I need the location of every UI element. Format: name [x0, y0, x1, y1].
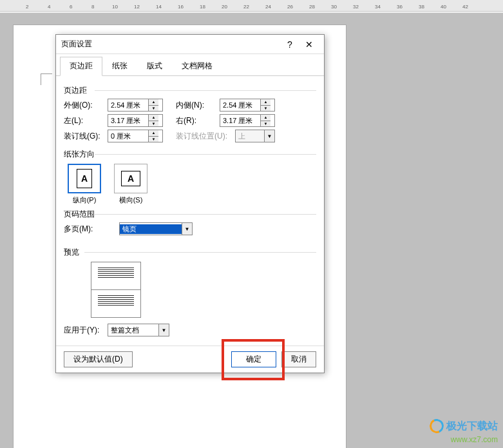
left-label: 左(L): — [64, 115, 108, 126]
preview-pane — [91, 262, 141, 318]
orientation-portrait[interactable]: A 纵向(P) — [68, 164, 101, 205]
tab-grid[interactable]: 文档网格 — [172, 57, 222, 75]
outer-label: 外侧(O): — [64, 100, 108, 111]
gutter-input[interactable]: ▲▼ — [108, 130, 163, 142]
spin-up-icon[interactable]: ▲ — [149, 99, 158, 106]
spin-up-icon[interactable]: ▲ — [261, 115, 270, 121]
spin-down-icon[interactable]: ▼ — [149, 137, 158, 142]
dialog-tabs: 页边距 纸张 版式 文档网格 — [56, 54, 324, 76]
right-label: 右(R): — [176, 115, 220, 126]
dropdown-icon[interactable]: ▼ — [182, 223, 192, 235]
pages-group-label: 页码范围 — [64, 209, 316, 220]
watermark: 极光下载站 www.xz7.com — [430, 419, 498, 444]
page-setup-dialog: 页面设置 ? ✕ 页边距 纸张 版式 文档网格 页边距 外侧(O): ▲▼ 内侧… — [55, 34, 325, 373]
spin-down-icon[interactable]: ▼ — [261, 106, 270, 112]
gutter-pos-select: 上▼ — [235, 130, 275, 142]
dialog-title: 页面设置 — [61, 39, 280, 50]
cancel-button[interactable]: 取消 — [281, 351, 316, 367]
apply-to-select[interactable]: 整篇文档▼ — [108, 324, 169, 336]
spin-down-icon[interactable]: ▼ — [149, 121, 158, 127]
outer-margin-input[interactable]: ▲▼ — [108, 99, 163, 112]
help-button[interactable]: ? — [280, 39, 299, 50]
horizontal-ruler: 2 4 6 8 10 12 14 16 18 20 22 24 26 28 30… — [0, 0, 503, 12]
left-margin-input[interactable]: ▲▼ — [108, 114, 163, 127]
dropdown-icon[interactable]: ▼ — [158, 324, 169, 336]
margins-group-label: 页边距 — [64, 85, 316, 96]
tab-layout[interactable]: 版式 — [137, 57, 172, 75]
gutter-pos-label: 装订线位置(U): — [176, 131, 235, 142]
tab-paper[interactable]: 纸张 — [102, 57, 137, 75]
right-margin-input[interactable]: ▲▼ — [220, 114, 275, 127]
gutter-label: 装订线(G): — [64, 131, 108, 142]
set-default-button[interactable]: 设为默认值(D) — [64, 351, 133, 367]
multi-page-label: 多页(M): — [64, 224, 108, 235]
spin-up-icon[interactable]: ▲ — [149, 115, 158, 121]
inner-label: 内侧(N): — [176, 100, 220, 111]
inner-margin-input[interactable]: ▲▼ — [220, 99, 275, 112]
tab-margins[interactable]: 页边距 — [60, 57, 102, 76]
margin-corner-icon — [41, 73, 52, 85]
spin-down-icon[interactable]: ▼ — [149, 106, 158, 112]
dialog-titlebar[interactable]: 页面设置 ? ✕ — [56, 35, 324, 54]
preview-group-label: 预览 — [64, 247, 316, 258]
apply-to-label: 应用于(Y): — [64, 325, 108, 336]
watermark-logo-icon — [428, 417, 446, 435]
dropdown-icon: ▼ — [264, 130, 274, 142]
spin-up-icon[interactable]: ▲ — [261, 99, 270, 106]
close-button[interactable]: ✕ — [299, 39, 319, 50]
orientation-landscape[interactable]: A 横向(S) — [114, 164, 147, 205]
landscape-icon: A — [121, 171, 140, 186]
ok-button[interactable]: 确定 — [231, 351, 276, 367]
orientation-group-label: 纸张方向 — [64, 149, 316, 160]
spin-up-icon[interactable]: ▲ — [149, 130, 158, 137]
multi-page-select[interactable]: 镜页▼ — [119, 222, 193, 235]
spin-down-icon[interactable]: ▼ — [261, 121, 270, 127]
portrait-icon: A — [77, 169, 92, 188]
